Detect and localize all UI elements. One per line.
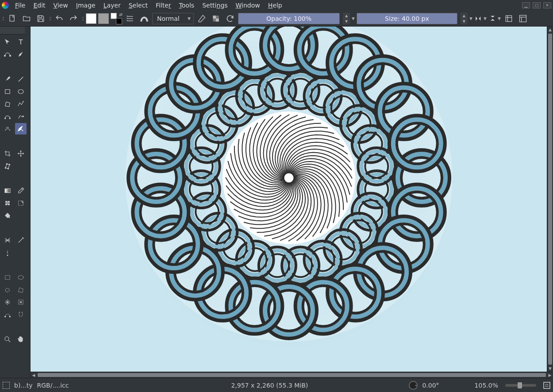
- ellipse-tool[interactable]: [15, 86, 27, 97]
- measure-tool[interactable]: [15, 234, 27, 246]
- polyline-tool[interactable]: [15, 98, 27, 110]
- zoom-fit-button[interactable]: [543, 382, 550, 389]
- svg-rect-22: [5, 276, 10, 280]
- rectangle-tool[interactable]: [2, 86, 13, 97]
- menu-file[interactable]: File: [12, 1, 29, 10]
- size-spinner[interactable]: ▲▼: [461, 13, 468, 24]
- gradient-tool[interactable]: [2, 185, 13, 196]
- free-transform-tool[interactable]: [2, 160, 13, 172]
- window-maximize-button[interactable]: ▢: [533, 2, 541, 8]
- brush-presets-button[interactable]: [124, 12, 136, 25]
- reference-tool[interactable]: [2, 247, 13, 258]
- menu-layer[interactable]: Layer: [100, 1, 124, 10]
- bezier-tool[interactable]: [2, 111, 13, 122]
- open-document-button[interactable]: [20, 12, 33, 25]
- magnetic-select-tool[interactable]: [15, 309, 27, 320]
- brush-preview-button[interactable]: [138, 12, 150, 25]
- zoom-slider[interactable]: [505, 384, 536, 387]
- bezier-select-tool[interactable]: [2, 309, 13, 320]
- edit-shapes-tool[interactable]: [2, 49, 13, 60]
- vertical-scrollbar[interactable]: ▲ ▼: [547, 27, 553, 372]
- pan-tool[interactable]: [15, 334, 27, 345]
- mirror-horizontal-button[interactable]: ▼: [474, 12, 487, 25]
- menu-select[interactable]: Select: [125, 1, 151, 10]
- smart-patch-tool[interactable]: [15, 197, 27, 209]
- menu-view[interactable]: View: [50, 1, 72, 10]
- text-tool[interactable]: [15, 36, 27, 48]
- spin-up-icon[interactable]: ▲: [343, 13, 350, 19]
- multi-brush-tool[interactable]: [15, 123, 27, 135]
- calligraphy-tool[interactable]: [15, 49, 27, 60]
- workspace-chooser-button[interactable]: [517, 12, 529, 25]
- window-minimize-button[interactable]: ▁: [522, 2, 530, 8]
- freehand-path-tool[interactable]: [15, 111, 27, 122]
- move-tool[interactable]: [15, 148, 27, 159]
- canvas[interactable]: [31, 27, 547, 372]
- opacity-slider[interactable]: Opacity: 100%: [238, 13, 340, 24]
- assistant-tool[interactable]: [2, 234, 13, 246]
- fill-tool[interactable]: [2, 210, 13, 221]
- toolbar-handle-icon[interactable]: [49, 13, 51, 24]
- poly-select-tool[interactable]: [15, 284, 27, 296]
- scroll-right-icon[interactable]: ▶: [547, 372, 553, 378]
- rect-select-tool[interactable]: [2, 272, 13, 283]
- dynamic-brush-tool[interactable]: [2, 123, 13, 135]
- svg-point-9: [5, 118, 6, 119]
- alpha-lock-button[interactable]: [210, 12, 222, 25]
- save-document-button[interactable]: [35, 12, 47, 25]
- foreground-color-swatch[interactable]: [86, 13, 96, 24]
- crop-tool[interactable]: [2, 148, 13, 159]
- toolbox-tab[interactable]: [0, 27, 25, 35]
- svg-point-26: [5, 316, 6, 317]
- polygon-tool[interactable]: [2, 98, 13, 110]
- ellipse-select-tool[interactable]: [15, 272, 27, 283]
- menu-tools[interactable]: Tools: [176, 1, 198, 10]
- color-picker-tool[interactable]: [15, 185, 27, 196]
- spin-down-icon[interactable]: ▼: [343, 19, 350, 24]
- scroll-up-icon[interactable]: ▲: [547, 27, 553, 33]
- mirror-vertical-button[interactable]: ▼: [488, 12, 501, 25]
- zoom-value[interactable]: 105.0%: [475, 382, 498, 389]
- similar-select-tool[interactable]: [15, 296, 27, 308]
- menu-image[interactable]: Image: [73, 1, 99, 10]
- svg-point-23: [18, 276, 23, 280]
- menu-settings[interactable]: Settings: [199, 1, 231, 10]
- window-close-button[interactable]: ✕: [543, 2, 551, 8]
- horizontal-scrollbar[interactable]: ◀ ▶: [31, 372, 553, 378]
- freehand-select-tool[interactable]: [2, 284, 13, 296]
- reload-preset-button[interactable]: [224, 12, 236, 25]
- zoom-tool[interactable]: [2, 334, 13, 345]
- rotation-wheel[interactable]: [409, 381, 418, 390]
- svg-point-175: [284, 173, 294, 183]
- menu-window[interactable]: Window: [232, 1, 264, 10]
- opacity-spinner[interactable]: ▲▼: [343, 13, 350, 24]
- freehand-brush-tool[interactable]: [2, 73, 13, 85]
- blend-mode-select[interactable]: Normal ▼: [152, 13, 194, 24]
- swap-colors-button[interactable]: ⇄: [111, 13, 122, 24]
- wrap-around-button[interactable]: [503, 12, 515, 25]
- toolbar-handle-icon[interactable]: [2, 13, 4, 24]
- brush-size-slider[interactable]: Size: 40.00 px: [357, 13, 457, 24]
- line-tool[interactable]: [15, 73, 27, 85]
- background-color-swatch[interactable]: [98, 13, 109, 24]
- chevron-down-icon[interactable]: ▼: [469, 16, 472, 21]
- transform-tool[interactable]: [2, 36, 13, 48]
- chevron-down-icon[interactable]: ▼: [352, 16, 355, 21]
- toolbar-handle-icon[interactable]: [81, 13, 84, 24]
- eraser-mode-button[interactable]: [196, 12, 208, 25]
- undo-button[interactable]: [53, 12, 65, 25]
- color-model[interactable]: RGB/....icc: [37, 382, 69, 389]
- new-document-button[interactable]: [6, 12, 19, 25]
- menu-filter[interactable]: Filter: [152, 1, 175, 10]
- spin-up-icon[interactable]: ▲: [461, 13, 468, 19]
- scroll-left-icon[interactable]: ◀: [31, 372, 37, 378]
- spin-down-icon[interactable]: ▼: [461, 19, 468, 24]
- menu-help[interactable]: Help: [265, 1, 286, 10]
- rotation-value[interactable]: 0.00°: [422, 382, 439, 389]
- contiguous-select-tool[interactable]: [2, 296, 13, 308]
- pattern-edit-tool[interactable]: [2, 197, 13, 209]
- scroll-down-icon[interactable]: ▼: [547, 365, 553, 372]
- menu-edit[interactable]: Edit: [30, 1, 49, 10]
- redo-button[interactable]: [67, 12, 80, 25]
- document-name[interactable]: b)...ty: [14, 382, 32, 389]
